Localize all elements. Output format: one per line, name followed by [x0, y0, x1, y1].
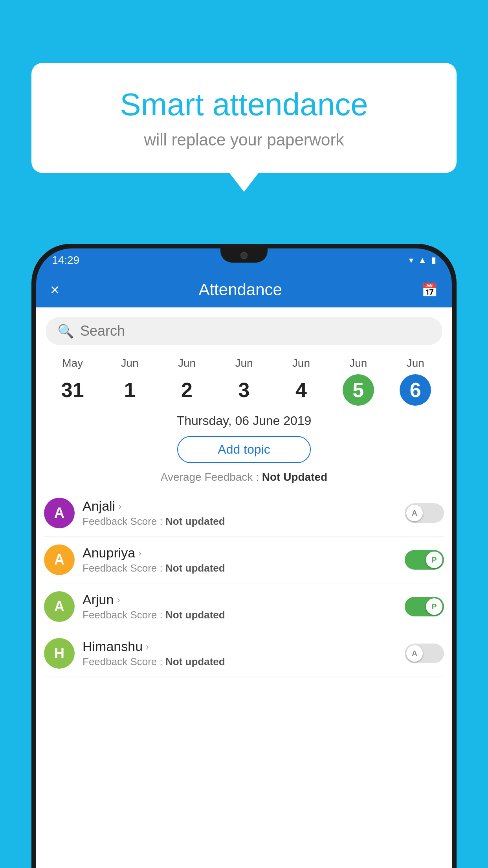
- chevron-icon: ›: [118, 501, 121, 512]
- date-number: 3: [228, 374, 260, 406]
- date-number: 4: [285, 374, 317, 406]
- camera: [240, 252, 248, 259]
- student-feedback: Feedback Score : Not updated: [83, 656, 397, 668]
- date-number: 2: [171, 374, 203, 406]
- status-icons: ▾ ▲ ▮: [409, 255, 436, 265]
- add-topic-button[interactable]: Add topic: [177, 436, 311, 463]
- date-strip: May31Jun1Jun2Jun3Jun4Jun5Jun6: [36, 345, 452, 410]
- date-month: Jun: [121, 357, 139, 370]
- student-row[interactable]: AArjun ›Feedback Score : Not updatedP: [44, 583, 444, 630]
- toggle-knob: P: [426, 598, 442, 615]
- date-month: Jun: [178, 357, 196, 370]
- student-list: AAnjali ›Feedback Score : Not updatedAAA…: [36, 490, 452, 677]
- status-bar: 14:29 ▾ ▲ ▮: [36, 248, 452, 272]
- app-header: × Attendance 📅: [36, 272, 452, 307]
- student-feedback: Feedback Score : Not updated: [83, 515, 397, 528]
- student-name: Arjun ›: [83, 592, 397, 607]
- student-info: Anjali ›Feedback Score : Not updated: [83, 498, 397, 528]
- student-name: Anupriya ›: [83, 545, 397, 561]
- student-avatar: A: [44, 498, 75, 528]
- attendance-toggle[interactable]: P: [405, 550, 444, 570]
- student-avatar: H: [44, 638, 75, 669]
- student-avatar: A: [44, 591, 75, 622]
- date-month: Jun: [235, 357, 253, 370]
- notch: [220, 248, 268, 263]
- student-feedback: Feedback Score : Not updated: [83, 609, 397, 621]
- search-bar[interactable]: 🔍: [46, 317, 442, 345]
- student-row[interactable]: HHimanshu ›Feedback Score : Not updatedA: [44, 630, 444, 677]
- avg-feedback-label: Average Feedback :: [161, 471, 262, 483]
- student-row[interactable]: AAnupriya ›Feedback Score : Not updatedP: [44, 537, 444, 583]
- date-number: 5: [343, 374, 374, 406]
- date-number: 6: [400, 374, 431, 406]
- wifi-icon: ▾: [409, 255, 413, 265]
- status-time: 14:29: [52, 254, 79, 267]
- student-info: Himanshu ›Feedback Score : Not updated: [83, 639, 397, 668]
- close-button[interactable]: ×: [50, 281, 59, 299]
- attendance-toggle[interactable]: P: [405, 597, 444, 616]
- avg-feedback-value: Not Updated: [262, 471, 327, 483]
- date-col[interactable]: Jun5: [343, 357, 374, 406]
- toggle-knob: P: [426, 552, 442, 568]
- date-number: 1: [114, 374, 145, 406]
- bubble-subtitle: will replace your paperwork: [63, 131, 425, 149]
- app-content: 🔍 May31Jun1Jun2Jun3Jun4Jun5Jun6 Thursday…: [36, 307, 452, 868]
- date-month: Jun: [407, 357, 424, 370]
- student-info: Anupriya ›Feedback Score : Not updated: [83, 545, 397, 574]
- chevron-icon: ›: [117, 594, 120, 605]
- battery-icon: ▮: [431, 255, 436, 265]
- speech-bubble: Smart attendance will replace your paper…: [31, 63, 457, 173]
- student-name: Anjali ›: [83, 498, 397, 514]
- phone-inner: 14:29 ▾ ▲ ▮ × Attendance 📅 🔍: [36, 248, 452, 868]
- search-input[interactable]: [80, 323, 431, 339]
- date-month: May: [62, 357, 83, 370]
- chevron-icon: ›: [138, 548, 141, 559]
- date-col[interactable]: May31: [57, 357, 88, 406]
- student-avatar: A: [44, 544, 75, 575]
- avg-feedback: Average Feedback : Not Updated: [36, 463, 452, 490]
- attendance-toggle[interactable]: A: [405, 644, 444, 663]
- calendar-icon[interactable]: 📅: [421, 282, 438, 298]
- date-col[interactable]: Jun6: [400, 357, 431, 406]
- student-name: Himanshu ›: [83, 639, 397, 654]
- student-row[interactable]: AAnjali ›Feedback Score : Not updatedA: [44, 490, 444, 537]
- date-col[interactable]: Jun4: [285, 357, 317, 406]
- student-feedback: Feedback Score : Not updated: [83, 562, 397, 574]
- date-col[interactable]: Jun1: [114, 357, 145, 406]
- date-month: Jun: [349, 357, 367, 370]
- date-col[interactable]: Jun3: [228, 357, 260, 406]
- attendance-toggle[interactable]: A: [405, 503, 444, 523]
- search-icon: 🔍: [57, 323, 74, 339]
- signal-icon: ▲: [418, 255, 427, 265]
- student-info: Arjun ›Feedback Score : Not updated: [83, 592, 397, 621]
- bubble-title: Smart attendance: [63, 86, 425, 123]
- toggle-knob: A: [406, 645, 423, 662]
- date-col[interactable]: Jun2: [171, 357, 203, 406]
- selected-date: Thursday, 06 June 2019: [36, 410, 452, 436]
- date-number: 31: [57, 374, 88, 406]
- phone-frame: 14:29 ▾ ▲ ▮ × Attendance 📅 🔍: [31, 244, 457, 868]
- toggle-knob: A: [406, 505, 423, 521]
- chevron-icon: ›: [146, 641, 149, 652]
- date-month: Jun: [292, 357, 310, 370]
- header-title: Attendance: [198, 280, 282, 299]
